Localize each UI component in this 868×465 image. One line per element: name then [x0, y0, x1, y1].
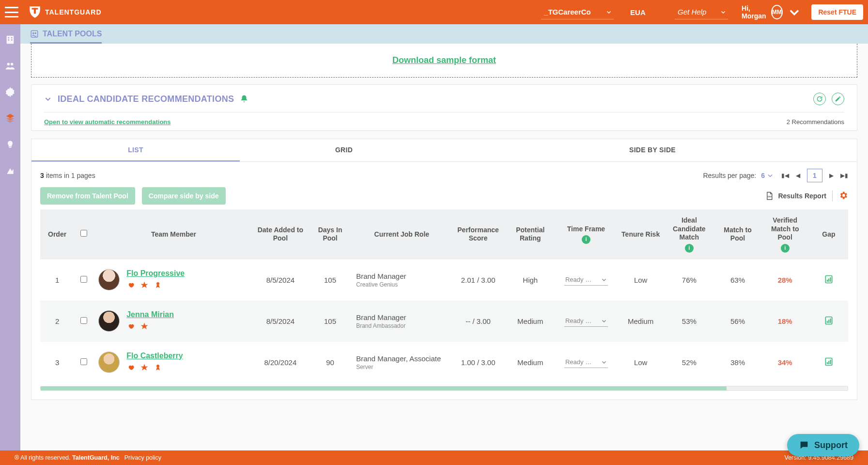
col-select[interactable] [74, 209, 93, 259]
download-sample-link[interactable]: Download sample format [392, 55, 496, 65]
results-per-page[interactable]: Results per page: 6 [703, 172, 774, 179]
nav-talent-pools-icon[interactable] [4, 112, 16, 124]
bell-icon[interactable] [240, 95, 248, 103]
refresh-button[interactable] [813, 93, 826, 105]
support-button[interactable]: Support [787, 434, 859, 456]
results-report-button[interactable]: csv Results Report [764, 191, 826, 201]
badge-icon [140, 281, 149, 291]
cell-ideal: 76% [664, 259, 714, 301]
col-timeframe[interactable]: Time Framei [555, 209, 618, 259]
col-perf[interactable]: Performance Score [450, 209, 506, 259]
col-gap[interactable]: Gap [809, 209, 848, 259]
svg-rect-6 [11, 39, 13, 41]
cell-days: 90 [307, 342, 353, 383]
user-menu[interactable]: Hi, Morgan MM [742, 4, 801, 20]
table-settings-button[interactable] [838, 191, 848, 202]
nav-reports-icon[interactable] [4, 165, 16, 176]
page-first-button[interactable]: ▮◀ [781, 172, 789, 179]
chevron-down-icon[interactable] [44, 95, 52, 103]
compare-side-by-side-button[interactable]: Compare side by side [142, 187, 226, 205]
cell-tenure: Low [618, 342, 664, 383]
timeframe-select[interactable]: Ready … [564, 356, 608, 368]
member-link[interactable]: Flo Progressive [126, 269, 185, 277]
privacy-link[interactable]: Privacy policy [124, 454, 161, 461]
cell-role: Brand Manager, AssociateServer [353, 342, 450, 383]
col-verified[interactable]: Verified Match to Pooli [761, 209, 809, 259]
cell-date: 8/5/2024 [254, 301, 307, 342]
horizontal-scrollbar[interactable] [40, 386, 848, 391]
reset-ftue-button[interactable]: Reset FTUE [811, 4, 863, 20]
menu-toggle-button[interactable] [5, 7, 18, 17]
row-checkbox[interactable] [80, 317, 87, 324]
cell-date: 8/5/2024 [254, 259, 307, 301]
timeframe-select[interactable]: Ready … [564, 315, 608, 327]
col-days[interactable]: Days In Pool [307, 209, 353, 259]
avatar[interactable] [98, 352, 120, 373]
info-icon[interactable]: i [685, 244, 694, 253]
svg-point-7 [7, 63, 10, 66]
open-recommendations-link[interactable]: Open to view automatic recommendations [44, 118, 171, 126]
upload-drop-zone[interactable]: Download sample format [31, 44, 857, 78]
col-potential[interactable]: Potential Rating [506, 209, 555, 259]
remove-from-pool-button[interactable]: Remove from Talent Pool [40, 187, 135, 205]
tenant-select[interactable]: _TGCareerCo [541, 5, 614, 19]
cell-ideal: 53% [664, 301, 714, 342]
cell-match: 56% [714, 301, 760, 342]
shield-icon [29, 5, 41, 19]
member-link[interactable]: Jenna Mirian [126, 310, 174, 319]
avatar[interactable] [98, 269, 120, 290]
member-link[interactable]: Flo Castleberry [126, 352, 183, 360]
brand-logo[interactable]: TALENTGUARD [29, 5, 102, 19]
gap-report-button[interactable] [824, 277, 834, 286]
gap-report-button[interactable] [824, 360, 834, 368]
cell-potential: Medium [506, 342, 555, 383]
avatar[interactable] [98, 310, 120, 332]
col-match-pool[interactable]: Match to Pool [714, 209, 760, 259]
gap-report-button[interactable] [824, 319, 834, 327]
nav-settings-icon[interactable] [4, 86, 16, 98]
page-last-button[interactable]: ▶▮ [840, 172, 848, 179]
tab-side-by-side[interactable]: SIDE BY SIDE [448, 139, 857, 161]
nav-people-icon[interactable] [4, 60, 16, 72]
edit-button[interactable] [832, 93, 844, 105]
region-select[interactable]: EUA [627, 5, 661, 19]
tab-grid[interactable]: GRID [240, 139, 448, 161]
cell-order: 1 [40, 259, 74, 301]
nav-org-icon[interactable] [4, 34, 16, 46]
info-icon[interactable]: i [582, 235, 590, 244]
svg-rect-1 [34, 8, 36, 14]
row-checkbox[interactable] [80, 358, 87, 365]
table-row: 2Jenna Mirian8/5/2024105Brand ManagerBra… [40, 301, 848, 342]
col-role[interactable]: Current Job Role [353, 209, 450, 259]
help-select[interactable]: Get Help [675, 5, 728, 19]
cell-timeframe: Ready … [555, 342, 618, 383]
col-tenure[interactable]: Tenure Risk [618, 209, 664, 259]
brand-text: TALENTGUARD [45, 8, 102, 16]
recommendations-count: 2 Recommendations [787, 118, 844, 126]
cell-potential: Medium [506, 301, 555, 342]
select-all-checkbox[interactable] [80, 230, 87, 237]
breadcrumb[interactable]: TALENT POOLS [30, 30, 102, 44]
cell-match: 63% [714, 259, 760, 301]
page-number[interactable]: 1 [807, 169, 822, 182]
col-team-member[interactable]: Team Member [93, 209, 254, 259]
cell-order: 2 [40, 301, 74, 342]
badge-icon [126, 363, 135, 373]
timeframe-select[interactable]: Ready … [564, 274, 608, 286]
col-date-added[interactable]: Date Added to Pool [254, 209, 307, 259]
page-next-button[interactable]: ▶ [829, 172, 834, 179]
svg-rect-2 [7, 36, 14, 44]
badge-icon [140, 322, 149, 332]
col-order[interactable]: Order [40, 209, 74, 259]
svg-point-15 [156, 282, 159, 285]
svg-point-12 [32, 32, 34, 34]
page-prev-button[interactable]: ◀ [796, 172, 800, 179]
row-checkbox[interactable] [80, 276, 87, 283]
cell-role: Brand ManagerCreative Genius [353, 259, 450, 301]
tab-list[interactable]: LIST [31, 139, 240, 161]
cell-select [74, 301, 93, 342]
nav-ideas-icon[interactable] [4, 139, 16, 150]
info-icon[interactable]: i [781, 244, 790, 253]
col-ideal[interactable]: Ideal Candidate Matchi [664, 209, 714, 259]
cell-gap [809, 259, 848, 301]
